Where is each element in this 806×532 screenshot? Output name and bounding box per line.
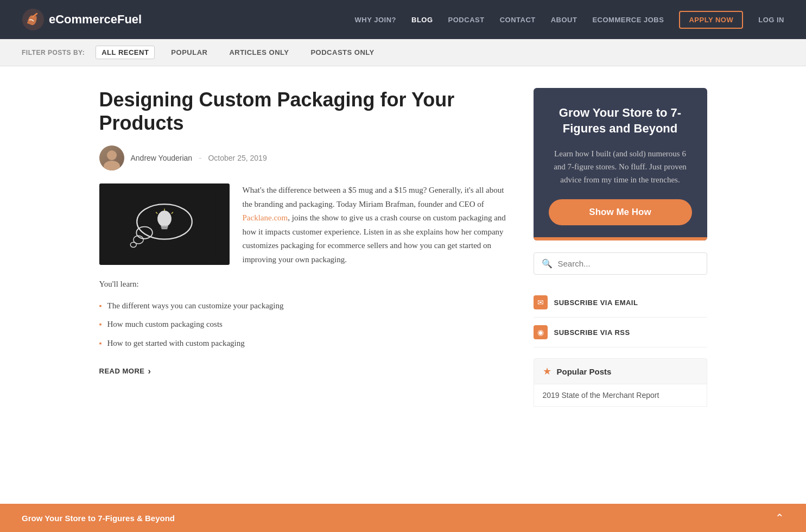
popular-posts-header: ★ Popular Posts [534, 358, 707, 384]
sidebar-cta-widget: Grow Your Store to 7-Figures and Beyond … [534, 88, 707, 240]
svg-point-2 [107, 150, 117, 160]
nav-ecommerce-jobs[interactable]: ECOMMERCE JOBS [592, 16, 664, 24]
author-line: Andrew Youderian - October 25, 2019 [99, 145, 506, 170]
subscribe-email-label: SUBSCRIBE VIA EMAIL [554, 299, 638, 307]
main-container: Designing Custom Packaging for Your Prod… [78, 66, 729, 428]
article-title: Designing Custom Packaging for Your Prod… [99, 88, 506, 135]
subscribe-email-row[interactable]: ✉ SUBSCRIBE VIA EMAIL [534, 288, 707, 318]
site-header: eCommerceFuel WHY JOIN? BLOG PODCAST CON… [0, 0, 806, 39]
read-more-link[interactable]: READ MORE › [99, 366, 151, 376]
youll-learn-text: You'll learn: [99, 277, 506, 292]
filter-popular[interactable]: POPULAR [166, 46, 213, 59]
nav-blog[interactable]: BLOG [411, 16, 433, 24]
svg-rect-10 [161, 226, 168, 228]
article-date: October 25, 2019 [208, 154, 266, 162]
sidebar: Grow Your Store to 7-Figures and Beyond … [534, 88, 707, 407]
rss-icon: ◉ [534, 325, 548, 339]
popular-posts-title: Popular Posts [557, 367, 612, 376]
main-nav: WHY JOIN? BLOG PODCAST CONTACT ABOUT ECO… [355, 11, 784, 29]
subscribe-rss-row[interactable]: ◉ SUBSCRIBE VIA RSS [534, 318, 707, 347]
cta-description: Learn how I built (and sold) numerous 6 … [549, 147, 692, 186]
logo-text: eCommerceFuel [49, 12, 142, 27]
filter-articles-only[interactable]: ARTICLES ONLY [224, 46, 294, 59]
filter-bar: FILTER POSTS BY: ALL RECENT POPULAR ARTI… [0, 39, 806, 66]
author-name: Andrew Youderian [131, 154, 193, 162]
login-button[interactable]: LOG IN [758, 16, 784, 24]
email-icon: ✉ [534, 295, 548, 309]
search-icon: 🔍 [542, 258, 553, 269]
svg-rect-11 [161, 228, 167, 230]
article-excerpt: What's the difference between a $5 mug a… [243, 183, 506, 267]
packlane-link[interactable]: Packlane.com [243, 213, 288, 222]
filter-all-recent[interactable]: ALL RECENT [96, 46, 155, 59]
list-item: How much custom packaging costs [99, 318, 506, 331]
show-me-how-button[interactable]: Show Me How [549, 199, 692, 225]
article-body: What's the difference between a $5 mug a… [99, 183, 506, 267]
filter-podcasts-only[interactable]: PODCASTS ONLY [305, 46, 379, 59]
star-icon: ★ [543, 365, 551, 377]
popular-post-item[interactable]: 2019 State of the Merchant Report [534, 384, 707, 407]
nav-contact[interactable]: CONTACT [500, 16, 536, 24]
author-avatar-image [99, 145, 124, 170]
list-item: How to get started with custom packaging [99, 337, 506, 350]
search-input[interactable] [558, 259, 699, 268]
cta-title: Grow Your Store to 7-Figures and Beyond [549, 105, 692, 136]
logo-icon [22, 8, 45, 31]
content-area: Designing Custom Packaging for Your Prod… [99, 88, 506, 407]
author-avatar [99, 145, 124, 170]
svg-point-9 [157, 211, 172, 227]
search-box: 🔍 [534, 252, 707, 275]
logo-link[interactable]: eCommerceFuel [22, 8, 142, 31]
nav-podcast[interactable]: PODCAST [448, 16, 485, 24]
filter-label: FILTER POSTS BY: [22, 49, 85, 56]
nav-about[interactable]: ABOUT [551, 16, 577, 24]
read-more-arrow-icon: › [148, 366, 151, 376]
nav-why-join[interactable]: WHY JOIN? [355, 16, 397, 24]
article-image [99, 183, 230, 265]
subscribe-rss-label: SUBSCRIBE VIA RSS [554, 328, 630, 337]
bullet-list: The different ways you can customize you… [99, 299, 506, 350]
apply-now-button[interactable]: APPLY NOW [679, 11, 743, 29]
svg-point-3 [104, 161, 120, 170]
list-item: The different ways you can customize you… [99, 299, 506, 312]
